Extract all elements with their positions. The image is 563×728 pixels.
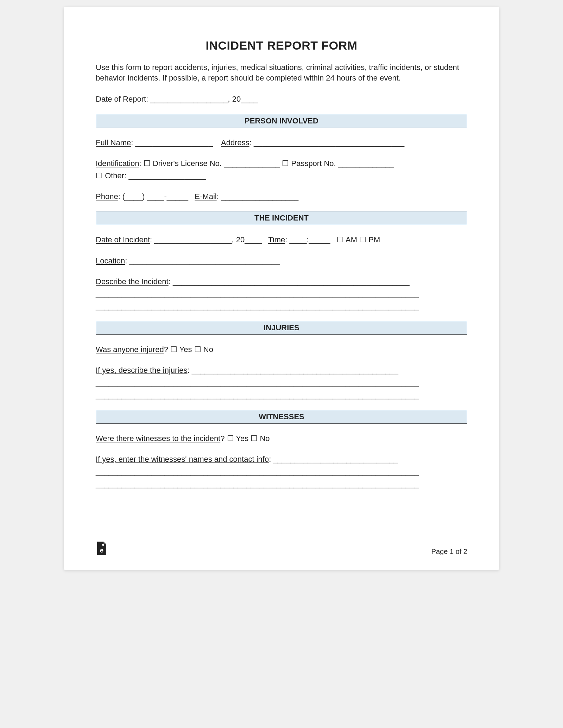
section-header-injuries: INJURIES xyxy=(96,321,467,335)
date-of-incident-year-blank[interactable]: ____ xyxy=(245,235,262,244)
other-label: Other: xyxy=(105,171,126,180)
full-name-blank[interactable]: : __________________ xyxy=(131,138,213,147)
checkbox-witness-yes[interactable]: ☐ xyxy=(227,434,234,443)
date-of-report-line: Date of Report: __________________, 20__… xyxy=(96,93,467,105)
date-of-incident-label: Date of Incident xyxy=(96,235,150,244)
checkbox-injured-no[interactable]: ☐ xyxy=(194,345,201,354)
date-of-report-sep: , 20 xyxy=(228,95,241,103)
drivers-license-label: Driver's License No. xyxy=(153,159,222,168)
section-header-witnesses: WITNESSES xyxy=(96,410,467,424)
describe-injuries-block: If yes, describe the injuries: _________… xyxy=(96,364,467,401)
full-name-label: Full Name xyxy=(96,138,131,147)
injured-yes-label: Yes xyxy=(179,345,192,354)
were-witnesses-label: Were there witnesses to the incident xyxy=(96,434,220,443)
eforms-logo-icon: e xyxy=(96,541,108,556)
describe-incident-line2[interactable]: ________________________________________… xyxy=(96,289,419,298)
checkbox-passport[interactable]: ☐ xyxy=(282,159,289,168)
witness-info-label: If yes, enter the witnesses' names and c… xyxy=(96,455,269,464)
page-title: INCIDENT REPORT FORM xyxy=(96,39,467,52)
location-label: Location xyxy=(96,256,125,265)
phone-label: Phone xyxy=(96,192,118,201)
location-line: Location: ______________________________… xyxy=(96,255,467,267)
time-label: Time xyxy=(268,235,285,244)
describe-injuries-line2[interactable]: ________________________________________… xyxy=(96,378,419,387)
intro-text: Use this form to report accidents, injur… xyxy=(96,62,467,83)
describe-incident-block: Describe the Incident: _________________… xyxy=(96,275,467,313)
email-blank[interactable]: : __________________ xyxy=(217,192,298,201)
date-of-incident-sep: , 20 xyxy=(232,235,245,244)
checkbox-injured-yes[interactable]: ☐ xyxy=(170,345,177,354)
witness-no-label: No xyxy=(260,434,270,443)
describe-incident-blank[interactable]: : ______________________________________… xyxy=(169,277,410,286)
section-header-person: PERSON INVOLVED xyxy=(96,114,467,128)
was-injured-label: Was anyone injured xyxy=(96,345,164,354)
pm-label: PM xyxy=(368,235,380,244)
date-of-report-label: Date of Report: xyxy=(96,95,148,103)
date-of-report-year-blank[interactable]: ____ xyxy=(241,95,258,103)
section-header-incident: THE INCIDENT xyxy=(96,211,467,225)
phone-blank[interactable]: : (____) ____-_____ xyxy=(118,192,188,201)
describe-incident-line3[interactable]: ________________________________________… xyxy=(96,302,419,311)
phone-email-line: Phone: (____) ____-_____ E-Mail: _______… xyxy=(96,190,467,203)
checkbox-pm[interactable]: ☐ xyxy=(359,235,366,244)
witness-info-line2[interactable]: ________________________________________… xyxy=(96,467,419,476)
address-blank[interactable]: : ___________________________________ xyxy=(249,138,404,147)
address-label: Address xyxy=(221,138,249,147)
passport-blank[interactable]: _____________ xyxy=(336,159,394,168)
describe-injuries-blank[interactable]: : ______________________________________… xyxy=(187,366,398,375)
witness-info-block: If yes, enter the witnesses' names and c… xyxy=(96,453,467,490)
checkbox-am[interactable]: ☐ xyxy=(337,235,344,244)
passport-label: Passport No. xyxy=(291,159,336,168)
date-of-report-blank[interactable]: __________________ xyxy=(150,95,228,103)
page-number: Page 1 of 2 xyxy=(431,548,467,556)
name-address-line: Full Name: __________________ Address: _… xyxy=(96,136,467,149)
witness-yes-label: Yes xyxy=(236,434,248,443)
witnesses-line: Were there witnesses to the incident? ☐ … xyxy=(96,432,467,445)
injured-no-label: No xyxy=(203,345,213,354)
page-footer: e Page 1 of 2 xyxy=(96,541,467,556)
am-label: AM xyxy=(346,235,357,244)
date-of-incident-blank[interactable]: : __________________ xyxy=(150,235,232,244)
describe-incident-label: Describe the Incident xyxy=(96,277,169,286)
document-page: INCIDENT REPORT FORM Use this form to re… xyxy=(64,7,499,570)
checkbox-drivers[interactable]: ☐ xyxy=(144,159,151,168)
witness-info-line3[interactable]: ________________________________________… xyxy=(96,480,419,488)
injured-line: Was anyone injured? ☐ Yes ☐ No xyxy=(96,343,467,356)
drivers-license-blank[interactable]: _____________ xyxy=(222,159,280,168)
describe-injuries-line3[interactable]: ________________________________________… xyxy=(96,391,419,400)
time-blank[interactable]: : ____:_____ xyxy=(285,235,330,244)
checkbox-other[interactable]: ☐ xyxy=(96,171,103,180)
identification-label: Identification xyxy=(96,159,139,168)
incident-date-line: Date of Incident: __________________, 20… xyxy=(96,234,467,246)
email-label: E-Mail xyxy=(195,192,216,201)
identification-line: Identification: ☐ Driver's License No. _… xyxy=(96,157,467,182)
location-blank[interactable]: : ___________________________________ xyxy=(125,256,280,265)
witness-info-blank[interactable]: : _____________________________ xyxy=(269,455,398,464)
other-blank[interactable]: __________________ xyxy=(126,171,206,180)
checkbox-witness-no[interactable]: ☐ xyxy=(251,434,258,443)
describe-injuries-label: If yes, describe the injuries xyxy=(96,366,187,375)
svg-text:e: e xyxy=(100,547,103,554)
